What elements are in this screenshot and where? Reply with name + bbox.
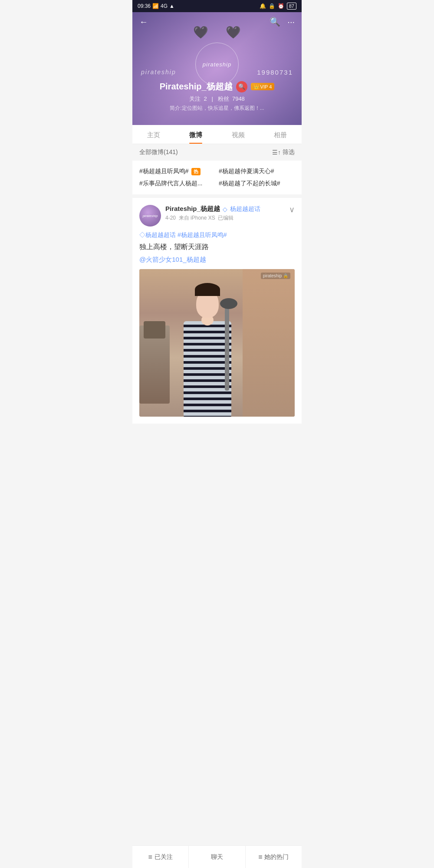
topic-item-3[interactable]: #杨超越了不起的长城# — [219, 180, 295, 187]
post-header: pirateship Pirateship_杨超越 ◇ 杨超越超话 4-20 来… — [139, 205, 295, 227]
diamond-icon: ◇ — [223, 206, 227, 213]
vip-badge: 👑 VIP 4 — [251, 83, 275, 90]
signal-type: 4G — [161, 3, 168, 9]
profile-info: Pirateship_杨超越 🔍 👑 VIP 4 关注 2 | 粉丝 7948 … — [132, 81, 302, 112]
status-left: 09:36 📶 4G ▲ — [138, 3, 174, 9]
post-meta: 4-20 来自 iPhone XS 已编辑 — [165, 214, 260, 222]
post-tag-text[interactable]: ◇杨超越超话 #杨超越且听凤鸣# — [139, 231, 227, 238]
post-user-info: Pirateship_杨超越 ◇ 杨超越超话 4-20 来自 iPhone XS… — [165, 205, 260, 222]
hero-nav: ← 🔍 ··· — [132, 12, 302, 31]
time: 09:36 — [138, 3, 151, 9]
topics-grid: #杨超越且听凤鸣# 热 #杨超越仲夏满天心# #乐事品牌代言人杨超... #杨超… — [139, 168, 295, 187]
topics-section: #杨超越且听凤鸣# 热 #杨超越仲夏满天心# #乐事品牌代言人杨超... #杨超… — [132, 161, 302, 194]
profile-bio: 简介:定位图站，快乐追星，佛系返图！... — [132, 105, 302, 112]
topic-item-0[interactable]: #杨超越且听凤鸣# 热 — [139, 168, 215, 175]
bell-icon: 🔔 — [260, 3, 266, 9]
tab-video[interactable]: 视频 — [217, 125, 260, 144]
post-image[interactable]: pirateship 🔒 — [139, 269, 295, 417]
profile-name: Pirateship_杨超越 — [160, 81, 233, 92]
weibo-count: 全部微博(141) — [139, 148, 178, 156]
profile-stats: 关注 2 | 粉丝 7948 — [132, 95, 302, 103]
avatar[interactable]: pirateship — [139, 205, 161, 227]
post-tags: ◇杨超越超话 #杨超越且听凤鸣# — [139, 231, 295, 239]
watermark: pirateship 🔒 — [261, 273, 290, 279]
hot-badge-0: 热 — [191, 168, 201, 175]
tab-bar: 主页 微博 视频 相册 — [132, 125, 302, 144]
filter-button[interactable]: ☰↑ 筛选 — [272, 148, 295, 156]
tab-album[interactable]: 相册 — [260, 125, 302, 144]
tab-home[interactable]: 主页 — [132, 125, 175, 144]
hero-side-left: pirateship — [141, 69, 176, 76]
search-badge[interactable]: 🔍 — [236, 81, 247, 92]
status-bar: 09:36 📶 4G ▲ 🔔 🔒 ⏰ 87 — [132, 0, 302, 12]
wifi-icon: ▲ — [169, 3, 174, 9]
crown-icon: 👑 — [253, 84, 260, 89]
filter-bar: 全部微博(141) ☰↑ 筛选 — [132, 144, 302, 161]
topic-item-2[interactable]: #乐事品牌代言人杨超... — [139, 180, 215, 187]
post-avatar-row: pirateship Pirateship_杨超越 ◇ 杨超越超话 4-20 来… — [139, 205, 260, 227]
signal-icon: 📶 — [152, 3, 159, 9]
clock-icon: ⏰ — [278, 3, 284, 9]
post-image-placeholder: pirateship 🔒 — [139, 269, 295, 417]
battery: 87 — [287, 3, 296, 10]
post-username[interactable]: Pirateship_杨超越 — [165, 205, 220, 213]
post-text: 独上高楼，望断天涯路 — [139, 242, 295, 252]
post-topic-link[interactable]: 杨超越超话 — [230, 205, 260, 213]
filter-icon: ☰↑ — [272, 149, 281, 156]
back-icon[interactable]: ← — [139, 17, 148, 27]
hero-circle-logo: pirateship — [195, 43, 239, 86]
chevron-down-icon[interactable]: ∨ — [289, 205, 295, 214]
lock-icon: 🔒 — [269, 3, 275, 9]
more-icon[interactable]: ··· — [287, 17, 295, 27]
hero-side-right: 19980731 — [257, 69, 293, 76]
search-icon[interactable]: 🔍 — [270, 16, 280, 27]
status-right: 🔔 🔒 ⏰ 87 — [260, 3, 296, 10]
post-card: pirateship Pirateship_杨超越 ◇ 杨超越超话 4-20 来… — [132, 198, 302, 424]
post-mention[interactable]: @火箭少女101_杨超越 — [139, 256, 295, 264]
hero-banner: ← 🔍 ··· 🖤 🖤 pirateship pirateship 199807… — [132, 12, 302, 125]
topic-item-1[interactable]: #杨超越仲夏满天心# — [219, 168, 295, 175]
tab-weibo[interactable]: 微博 — [175, 125, 217, 144]
